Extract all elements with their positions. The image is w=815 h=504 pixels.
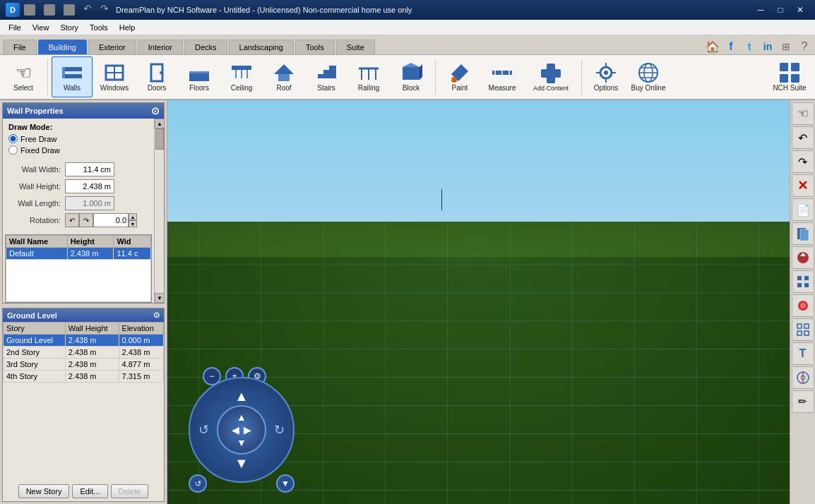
wall-properties-collapse-icon[interactable]: ⊙ (151, 105, 160, 116)
wall-scroll-thumb[interactable] (155, 128, 164, 150)
rs-undo-btn[interactable]: ↶ (792, 126, 814, 149)
toolbar-icon2[interactable] (44, 4, 55, 16)
social-icon-extra[interactable]: ⊞ (778, 39, 794, 54)
rs-cursor-btn[interactable]: ☜ (792, 102, 814, 125)
undo-icon[interactable]: ↶ (83, 3, 92, 16)
redo-icon[interactable]: ↷ (100, 3, 109, 16)
wall-name-cell: Default (6, 248, 68, 260)
tab-suite[interactable]: Suite (336, 40, 375, 54)
pan-left-btn[interactable]: ◀ (232, 424, 239, 436)
story-row-4th[interactable]: 4th Story 2.438 m 7.315 m (4, 371, 164, 383)
pan-down-btn[interactable]: ▼ (237, 437, 246, 448)
toolbar-ceiling[interactable]: Ceiling (221, 56, 262, 97)
ground-level-collapse-icon[interactable]: ⊙ (153, 311, 160, 320)
pan-right-btn[interactable]: ▶ (244, 424, 251, 436)
menu-story[interactable]: Story (54, 22, 84, 33)
rotation-up-button[interactable]: ▲ (129, 213, 137, 220)
rotate-left-nav-btn[interactable]: ↺ (198, 422, 209, 438)
social-icon-tw[interactable]: t (742, 39, 757, 54)
maximize-button[interactable]: □ (771, 3, 790, 17)
nav-extra-btn1[interactable]: ↺ (189, 474, 207, 493)
toolbar-stairs[interactable]: Stairs (306, 56, 347, 97)
rs-redo-btn[interactable]: ↷ (792, 150, 814, 173)
toolbar-roof[interactable]: Roof (263, 56, 304, 97)
fixed-draw-radio[interactable] (8, 145, 18, 155)
toolbar-buy-online[interactable]: Buy Online (628, 56, 669, 97)
svg-rect-58 (797, 324, 802, 328)
rs-compass-btn[interactable] (792, 366, 814, 389)
rs-snap-btn[interactable] (792, 270, 814, 293)
tilt-up-btn[interactable]: ▲ (234, 388, 249, 404)
rs-color-btn[interactable] (792, 246, 814, 269)
toolbar-doors[interactable]: Doors (136, 56, 177, 97)
free-draw-radio[interactable] (8, 134, 18, 143)
story-row-ground[interactable]: Ground Level 2.438 m 0.000 m (4, 335, 164, 347)
menu-view[interactable]: View (27, 22, 55, 33)
menu-help[interactable]: Help (114, 22, 141, 33)
toolbar-walls[interactable]: Walls (52, 56, 93, 97)
rs-edit-btn[interactable]: ✏ (792, 390, 814, 413)
menu-tools[interactable]: Tools (84, 22, 114, 33)
wall-table-row[interactable]: Default 2.438 m 11.4 c (6, 248, 151, 260)
rs-grid-view-btn[interactable] (792, 318, 814, 341)
rs-delete-btn[interactable]: ✕ (792, 174, 814, 197)
toolbar-floors[interactable]: Floors (179, 56, 220, 97)
tab-building[interactable]: Building (38, 40, 87, 54)
toolbar-nch-suite[interactable]: NCH Suite (767, 56, 812, 97)
tab-decks[interactable]: Decks (184, 40, 227, 54)
toolbar-add-content[interactable]: Add Content (524, 56, 578, 97)
tab-landscaping[interactable]: Landscaping (229, 40, 294, 54)
toolbar-icon1[interactable] (24, 4, 35, 16)
rotation-down-button[interactable]: ▼ (129, 220, 137, 227)
new-story-button[interactable]: New Story (18, 484, 70, 498)
close-button[interactable]: ✕ (791, 3, 809, 17)
rotate-right-button[interactable]: ↷ (79, 213, 93, 227)
rs-magnet-btn[interactable] (792, 294, 814, 317)
edit-button[interactable]: Edit... (72, 484, 107, 498)
social-icon-fb[interactable]: f (723, 39, 739, 54)
menu-file[interactable]: File (3, 22, 27, 33)
story-row-2nd[interactable]: 2nd Story 2.438 m 2.438 m (4, 347, 164, 359)
story-table-scroll[interactable]: Story Wall Height Elevation Ground Level… (3, 322, 164, 481)
pan-up-btn[interactable]: ▲ (237, 412, 246, 423)
tab-interior[interactable]: Interior (138, 40, 183, 54)
svg-rect-1 (62, 74, 82, 78)
delete-button[interactable]: Delete (111, 484, 149, 498)
rotate-left-button[interactable]: ↶ (65, 213, 79, 227)
toolbar-icon3[interactable] (64, 4, 75, 16)
wall-height-input[interactable] (65, 179, 114, 193)
toolbar-measure[interactable]: Measure (482, 56, 523, 97)
nav-circle-outer: ▲ ▼ ↺ ↻ ▲ (189, 377, 295, 483)
wall-length-input[interactable] (65, 196, 114, 210)
lr-arrows: ◀ ▶ (232, 424, 251, 436)
rs-layer-btn[interactable] (792, 222, 814, 245)
story-row-3rd[interactable]: 3rd Story 2.438 m 4.877 m (4, 359, 164, 371)
tab-tools[interactable]: Tools (295, 40, 335, 54)
toolbar-windows[interactable]: Windows (94, 56, 135, 97)
rs-page-btn[interactable]: 📄 (792, 198, 814, 221)
tilt-down-btn[interactable]: ▼ (234, 455, 249, 472)
social-icon-home[interactable]: 🏠 (705, 39, 720, 54)
rs-layer-icon (796, 227, 810, 241)
wall-scroll-up[interactable]: ▲ (155, 119, 165, 128)
minimize-button[interactable]: ─ (751, 3, 770, 17)
wall-table-scroll[interactable]: Wall Name Height Wid Default 2.438 m (6, 235, 151, 302)
rotate-right-nav-btn[interactable]: ↻ (274, 422, 285, 438)
help-icon[interactable]: ? (797, 39, 812, 54)
tab-exterior[interactable]: Exterior (88, 40, 136, 54)
wall-width-input[interactable] (65, 162, 114, 176)
toolbar-options[interactable]: Options (585, 56, 626, 97)
toolbar-paint[interactable]: Paint (439, 56, 480, 97)
3d-view[interactable]: − + ⚙ ▲ ▼ (167, 100, 790, 504)
wall-scroll-track[interactable] (155, 128, 164, 293)
toolbar-block[interactable]: Block (391, 56, 432, 97)
rs-text-edit-btn[interactable]: T (792, 342, 814, 365)
social-icon-li[interactable]: in (760, 39, 775, 54)
nav-extra-btn2[interactable]: ▼ (276, 474, 295, 493)
wall-scroll-down[interactable]: ▼ (155, 293, 165, 303)
toolbar-select[interactable]: ☜ Select (3, 56, 44, 97)
rotation-input[interactable] (93, 213, 129, 227)
tab-file[interactable]: File (3, 40, 37, 54)
grid-v-7 (572, 222, 573, 504)
toolbar-railing[interactable]: Railing (348, 56, 389, 97)
